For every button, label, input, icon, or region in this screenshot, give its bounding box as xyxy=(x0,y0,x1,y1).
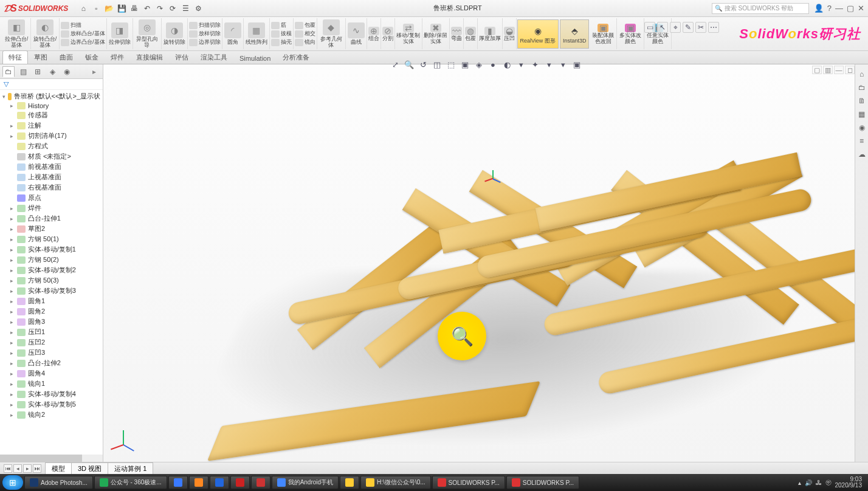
flex-button[interactable]: 〰弯曲 xyxy=(450,18,464,49)
intersect-button[interactable]: 相交 xyxy=(295,30,315,38)
home-icon[interactable]: ⌂ xyxy=(78,3,89,14)
boundary-cut-button[interactable]: 边界切除 xyxy=(189,38,221,46)
render-icon[interactable]: ✦ xyxy=(529,58,541,70)
taskbar-item-3[interactable] xyxy=(189,476,208,489)
shell-button[interactable]: 抽壳 xyxy=(271,38,292,46)
taskbar-item-2[interactable] xyxy=(168,476,188,489)
tree-item-12[interactable]: ▸草图2 xyxy=(0,224,103,234)
curves-button[interactable]: ∿曲线 xyxy=(346,18,367,49)
taskbar-item-7[interactable]: 我的Android手机 xyxy=(272,476,339,489)
tree-item-22[interactable]: ▸压凹1 xyxy=(0,327,103,337)
tray-arrow-icon[interactable]: ▴ xyxy=(798,479,801,486)
system-tray[interactable]: ▴ 🔊 🖧 ㊥ 9:032020/9/13 xyxy=(798,476,866,489)
color-icon[interactable]: ✎ xyxy=(683,22,694,33)
panel-hscroll[interactable] xyxy=(0,455,103,462)
minimize-icon[interactable]: — xyxy=(835,4,843,13)
dimxpert-tab[interactable]: ◈ xyxy=(46,66,58,77)
section-icon[interactable]: ◫ xyxy=(431,58,443,70)
extrude-boss-button[interactable]: ◧拉伸凸台/基体 xyxy=(2,18,31,49)
view-settings-icon[interactable]: ▾ xyxy=(515,58,527,70)
tree-item-10[interactable]: ▸焊件 xyxy=(0,203,103,213)
login-icon[interactable]: 👤 xyxy=(814,4,824,13)
view-orient-icon[interactable]: ⬚ xyxy=(445,58,457,70)
indent-button[interactable]: ◒压凹 xyxy=(503,18,517,49)
zoom-area-icon[interactable]: 🔍 xyxy=(403,58,415,70)
cm-tab-1[interactable]: 草图 xyxy=(28,50,53,64)
wrap2-button[interactable]: ◍包覆 xyxy=(464,18,478,49)
bottom-tab-0[interactable]: 模型 xyxy=(45,462,72,475)
save-icon[interactable]: 💾 xyxy=(116,3,127,14)
tree-item-5[interactable]: 材质 <未指定> xyxy=(0,151,103,162)
tree-item-29[interactable]: ▸实体-移动/复制5 xyxy=(0,399,103,410)
tree-item-27[interactable]: ▸镜向1 xyxy=(0,379,103,389)
swept-cut-button[interactable]: 扫描切除 xyxy=(189,21,221,29)
scene-icon[interactable]: ◐ xyxy=(501,58,513,70)
cm-tab-3[interactable]: 钣金 xyxy=(79,50,105,64)
realview-toggle[interactable]: ◉RealView 图形 xyxy=(517,19,559,49)
more-icon[interactable]: ⋯ xyxy=(708,22,719,33)
revolve-boss-button[interactable]: ◐旋转凸台/基体 xyxy=(31,18,60,49)
taskbar-item-1[interactable]: 公众号 - 360极速... xyxy=(94,476,167,489)
tree-item-23[interactable]: ▸压凹2 xyxy=(0,337,103,348)
tree-item-4[interactable]: 方程式 xyxy=(0,141,103,151)
delete-keep-button[interactable]: ✖删除/保留实体 xyxy=(422,18,450,49)
rebuild-icon[interactable]: ⟳ xyxy=(167,3,178,14)
tree-item-7[interactable]: 上视基准面 xyxy=(0,172,103,182)
tree-item-2[interactable]: ▸注解 xyxy=(0,120,103,131)
cm-tab-5[interactable]: 直接编辑 xyxy=(130,50,169,64)
bottom-tab-1[interactable]: 3D 视图 xyxy=(71,462,108,475)
wrap-button[interactable]: 包覆 xyxy=(295,21,315,29)
cursor-icon[interactable]: ↖ xyxy=(657,22,668,33)
tray-net-icon[interactable]: 🖧 xyxy=(816,479,822,486)
file-explorer-icon[interactable]: 🗎 xyxy=(857,96,867,106)
vp-max-icon[interactable]: ◻ xyxy=(845,66,855,74)
display-mgr-tab[interactable]: ◉ xyxy=(61,66,73,77)
tray-vol-icon[interactable]: 🔊 xyxy=(805,479,812,486)
tree-filter[interactable]: ▽ xyxy=(0,79,103,90)
tree-item-8[interactable]: 右视基准面 xyxy=(0,182,103,193)
zoom-fit-icon[interactable]: ⤢ xyxy=(389,58,401,70)
tab-first-icon[interactable]: ⏮ xyxy=(4,464,12,473)
asm-color-button[interactable]: ▣装配体颜色改回 xyxy=(590,18,617,49)
open-icon[interactable]: 📂 xyxy=(103,3,114,14)
draft-button[interactable]: 拔模 xyxy=(271,30,292,38)
tree-item-0[interactable]: ▸History xyxy=(0,101,103,110)
options-icon[interactable]: ☰ xyxy=(180,3,191,14)
vp-min-icon[interactable]: — xyxy=(834,66,844,74)
instant3d-toggle[interactable]: ⬘Instant3D xyxy=(560,19,590,49)
loft-boss-button[interactable]: 放样凸台/基体 xyxy=(61,30,105,38)
swept-boss-button[interactable]: 扫描 xyxy=(61,21,105,29)
cm-tab-8[interactable]: Simulation xyxy=(233,52,277,64)
resources-icon[interactable]: ⌂ xyxy=(857,69,867,79)
flyout-icon[interactable]: ▸ xyxy=(88,66,100,77)
maximize-icon[interactable]: ▢ xyxy=(847,4,854,13)
feature-tree-tab[interactable]: 🗀 xyxy=(2,66,15,77)
tree-item-28[interactable]: ▸实体-移动/复制4 xyxy=(0,389,103,399)
rib-button[interactable]: 筋 xyxy=(271,21,292,29)
print-icon[interactable]: 🖶 xyxy=(129,3,140,14)
split-button[interactable]: ⊘分割 xyxy=(381,18,395,49)
cm-tab-6[interactable]: 评估 xyxy=(169,50,195,64)
vp-single-icon[interactable]: ▢ xyxy=(812,66,822,74)
view-palette-icon[interactable]: ▦ xyxy=(857,109,867,119)
hide-show-icon[interactable]: ◈ xyxy=(473,58,485,70)
multibody-color-button[interactable]: ▣多实体改颜色 xyxy=(617,18,644,49)
view-triad[interactable] xyxy=(115,425,140,450)
cm-tab-2[interactable]: 曲面 xyxy=(53,50,79,64)
bottom-tab-2[interactable]: 运动算例 1 xyxy=(108,462,153,475)
new-icon[interactable]: ▫ xyxy=(91,3,102,14)
tree-item-19[interactable]: ▸圆角1 xyxy=(0,296,103,306)
tree-root[interactable]: ▾鲁班桥 (默认<<默认>_显示状 xyxy=(0,91,103,101)
tree-item-30[interactable]: ▸镜向2 xyxy=(0,410,103,420)
custom-props-icon[interactable]: ≡ xyxy=(857,136,867,146)
revolve-cut-button[interactable]: ◑旋转切除 xyxy=(162,18,188,49)
taskbar-item-5[interactable] xyxy=(230,476,250,489)
tree-item-25[interactable]: ▸凸台-拉伸2 xyxy=(0,358,103,368)
tree-item-24[interactable]: ▸压凹3 xyxy=(0,348,103,358)
tree-item-6[interactable]: 前视基准面 xyxy=(0,162,103,172)
tab-next-icon[interactable]: ▸ xyxy=(23,464,32,473)
measure-icon[interactable]: ✂ xyxy=(695,22,706,33)
screen-capture-icon[interactable]: ▣ xyxy=(571,58,583,70)
mirror-button[interactable]: 镜向 xyxy=(295,38,315,46)
help-icon[interactable]: ? xyxy=(827,4,832,13)
